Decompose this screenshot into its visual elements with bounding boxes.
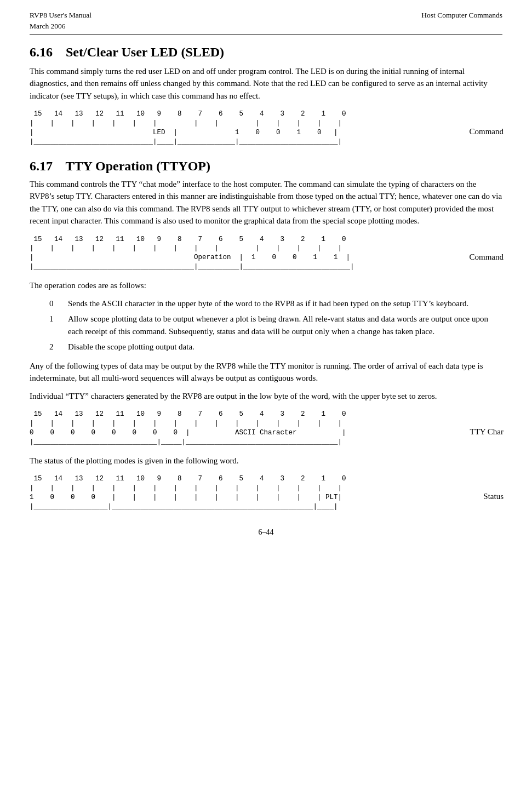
section-617-para3: Individual “TTY” characters generated by… <box>30 390 502 403</box>
manual-title: RVP8 User's Manual <box>30 10 91 21</box>
header-section: Host Computer Commands <box>421 10 502 21</box>
page-container: RVP8 User's Manual March 2006 Host Compu… <box>0 0 532 797</box>
section-617-body: This command controls the TTY “chat mode… <box>30 178 502 227</box>
section-616-body: This command simply turns the red user L… <box>30 65 502 102</box>
op-desc-1: Allow scope plotting data to be output w… <box>68 313 502 337</box>
op-number-2: 2 <box>30 341 68 353</box>
op-item-0: 0 Sends the ASCII character in the upper… <box>30 297 502 310</box>
page-number: 6–44 <box>259 528 274 536</box>
section-616-heading: 6.16 Set/Clear User LED (SLED) <box>30 45 502 60</box>
diagram-617: 15 14 13 12 11 10 9 8 7 6 5 4 3 2 1 0 | … <box>30 235 502 272</box>
diagram-616-label: Command <box>470 127 504 136</box>
op-item-1: 1 Allow scope plotting data to be output… <box>30 313 502 337</box>
page-header: RVP8 User's Manual March 2006 Host Compu… <box>30 10 502 35</box>
diagram-616: 15 14 13 12 11 10 9 8 7 6 5 4 3 2 1 0 | … <box>30 110 502 147</box>
section-617-para2: Any of the following types of data may b… <box>30 360 502 385</box>
section-617-para4: The status of the plotting modes is give… <box>30 455 502 467</box>
diagram-tty: 15 14 13 12 11 10 9 8 7 6 5 4 3 2 1 0 | … <box>30 410 502 447</box>
diagram-617-label: Command <box>470 253 504 262</box>
op-number-0: 0 <box>30 297 68 310</box>
op-codes-intro: The operation codes are as follows: <box>30 279 502 292</box>
header-left: RVP8 User's Manual March 2006 <box>30 10 91 32</box>
op-number-1: 1 <box>30 313 68 337</box>
diagram-tty-content: 15 14 13 12 11 10 9 8 7 6 5 4 3 2 1 0 | … <box>30 410 502 447</box>
op-desc-0: Sends the ASCII character in the upper b… <box>68 297 502 310</box>
diagram-617-content: 15 14 13 12 11 10 9 8 7 6 5 4 3 2 1 0 | … <box>30 235 502 272</box>
section-617-heading: 6.17 TTY Operation (TTYOP) <box>30 159 502 174</box>
diagram-status-content: 15 14 13 12 11 10 9 8 7 6 5 4 3 2 1 0 | … <box>30 474 502 512</box>
op-item-2: 2 Disable the scope plotting output data… <box>30 341 502 353</box>
header-right: Host Computer Commands <box>421 10 502 21</box>
manual-date: March 2006 <box>30 21 91 32</box>
operation-list: 0 Sends the ASCII character in the upper… <box>30 297 502 353</box>
diagram-tty-label: TTY Char <box>470 427 504 437</box>
diagram-status-label: Status <box>483 492 504 501</box>
op-desc-2: Disable the scope plotting output data. <box>68 341 502 353</box>
page-footer: 6–44 <box>30 528 502 537</box>
diagram-616-content: 15 14 13 12 11 10 9 8 7 6 5 4 3 2 1 0 | … <box>30 110 502 147</box>
diagram-status: 15 14 13 12 11 10 9 8 7 6 5 4 3 2 1 0 | … <box>30 474 502 512</box>
